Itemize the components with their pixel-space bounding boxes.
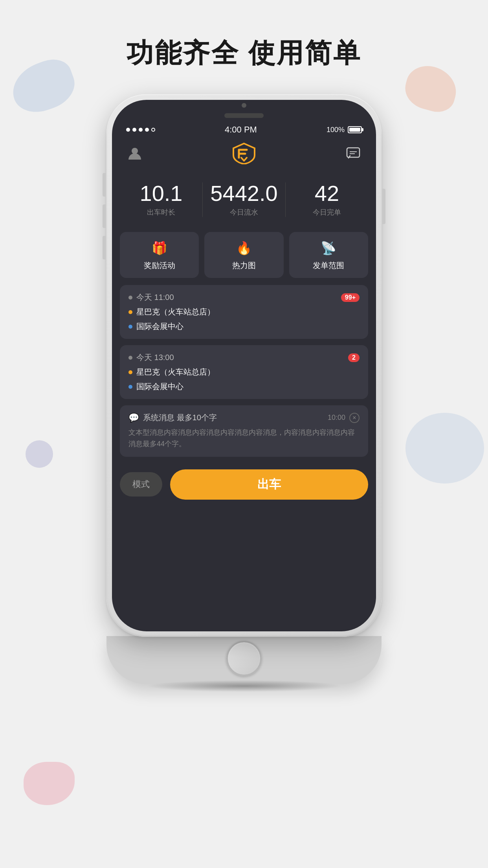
svg-rect-1 <box>347 148 360 157</box>
bg-blob-bl <box>24 762 75 805</box>
order-1-from: 星巴克（火车站总店） <box>128 307 360 317</box>
action-heatmap-label: 热力图 <box>232 260 256 271</box>
stats-section: 10.1 出车时长 5442.0 今日流水 42 今日完单 <box>112 171 376 225</box>
to-dot-icon-2 <box>128 385 132 389</box>
stat-daily-revenue: 5442.0 今日流水 <box>203 182 286 217</box>
order-card-1[interactable]: 今天 11:00 99+ 星巴克（火车站总店） 国际会展中心 <box>120 285 368 339</box>
phone-outer: 4:00 PM 100% <box>106 94 382 637</box>
action-range-label: 发单范围 <box>313 260 344 271</box>
stat-orders-label: 今日完单 <box>286 208 368 217</box>
signal-dot-4 <box>145 128 149 132</box>
order-2-time: 今天 13:00 <box>136 352 174 363</box>
order-2-badge: 2 <box>348 353 360 362</box>
action-incentive-label: 奖励活动 <box>144 260 175 271</box>
stat-drive-duration: 10.1 出车时长 <box>120 182 203 217</box>
from-dot-icon-2 <box>128 370 132 374</box>
app-logo <box>228 142 260 165</box>
signal-dot-5 <box>151 128 155 132</box>
stat-revenue-label: 今日流水 <box>203 208 285 217</box>
stat-daily-orders: 42 今日完单 <box>286 182 368 217</box>
order-2-time-left: 今天 13:00 <box>128 352 174 363</box>
order-2-time-row: 今天 13:00 2 <box>128 352 360 363</box>
order-1-from-text: 星巴克（火车站总店） <box>136 307 215 317</box>
svg-point-0 <box>132 148 138 154</box>
status-bar: 4:00 PM 100% <box>112 118 376 136</box>
close-icon[interactable]: × <box>349 413 360 423</box>
user-icon[interactable] <box>126 145 143 162</box>
stat-drive-label: 出车时长 <box>120 208 202 217</box>
signal-dots <box>126 128 155 132</box>
phone-mockup: 4:00 PM 100% <box>106 94 382 692</box>
speaker <box>224 113 264 118</box>
order-1-to-text: 国际会展中心 <box>136 321 183 332</box>
page-title: 功能齐全 使用简单 <box>0 35 488 71</box>
battery-fill <box>349 128 360 132</box>
bg-blob-ml <box>26 440 53 468</box>
signal-dot-2 <box>132 128 136 132</box>
order-2-from: 星巴克（火车站总店） <box>128 367 360 377</box>
stat-drive-value: 10.1 <box>120 182 202 204</box>
order-1-time: 今天 11:00 <box>136 292 174 303</box>
battery-icon <box>348 126 362 133</box>
signal-dot-3 <box>139 128 143 132</box>
sys-msg-time: 10:00 <box>328 414 345 422</box>
status-right: 100% <box>327 126 362 134</box>
to-dot-icon <box>128 325 132 329</box>
order-1-time-left: 今天 11:00 <box>128 292 174 303</box>
camera-dot <box>242 103 246 108</box>
home-button[interactable] <box>226 641 262 676</box>
order-2-time-dot <box>128 356 132 360</box>
app-header <box>112 136 376 171</box>
order-1-badge: 99+ <box>341 293 360 302</box>
go-button[interactable]: 出车 <box>170 469 368 500</box>
camera-area <box>112 100 376 111</box>
sys-msg-meta: 10:00 × <box>328 413 360 423</box>
action-heatmap[interactable]: 🔥 热力图 <box>204 232 283 278</box>
quick-actions: 🎁 奖励活动 🔥 热力图 📡 发单范围 <box>112 225 376 285</box>
speaker-area <box>112 113 376 118</box>
mode-button[interactable]: 模式 <box>120 472 162 497</box>
sys-msg-content: 文本型消息内容消息内容消息内容消息内容消息，内容消息内容消息内容消息最多44个字… <box>128 427 360 450</box>
order-1-to: 国际会展中心 <box>128 321 360 332</box>
status-time: 4:00 PM <box>225 125 257 135</box>
gift-icon: 🎁 <box>152 241 167 256</box>
order-2-from-text: 星巴克（火车站总店） <box>136 367 215 377</box>
sys-msg-title: 系统消息 最多10个字 <box>143 412 217 423</box>
order-card-2[interactable]: 今天 13:00 2 星巴克（火车站总店） 国际会展中心 <box>120 345 368 399</box>
battery-percent: 100% <box>327 126 345 134</box>
message-icon: 💬 <box>128 413 139 423</box>
bg-blob-mr <box>405 413 484 484</box>
sys-msg-header: 💬 系统消息 最多10个字 10:00 × <box>128 412 360 423</box>
action-incentive[interactable]: 🎁 奖励活动 <box>120 232 199 278</box>
bottom-bar: 模式 出车 <box>112 464 376 509</box>
phone-screen: 4:00 PM 100% <box>112 100 376 631</box>
order-1-time-dot <box>128 296 132 300</box>
radar-icon: 📡 <box>321 241 336 256</box>
sys-msg-left: 💬 系统消息 最多10个字 <box>128 412 217 423</box>
stat-revenue-value: 5442.0 <box>203 182 285 204</box>
signal-dot-1 <box>126 128 130 132</box>
system-message-card: 💬 系统消息 最多10个字 10:00 × 文本型消息内容消息内容消息内容消息内… <box>120 405 368 457</box>
order-2-to: 国际会展中心 <box>128 381 360 392</box>
messages-icon[interactable] <box>345 145 362 162</box>
order-2-to-text: 国际会展中心 <box>136 381 183 392</box>
from-dot-icon <box>128 310 132 314</box>
stat-orders-value: 42 <box>286 182 368 204</box>
fire-icon: 🔥 <box>236 241 252 256</box>
action-dispatch-range[interactable]: 📡 发单范围 <box>289 232 368 278</box>
order-1-time-row: 今天 11:00 99+ <box>128 292 360 303</box>
phone-shadow <box>146 680 342 692</box>
